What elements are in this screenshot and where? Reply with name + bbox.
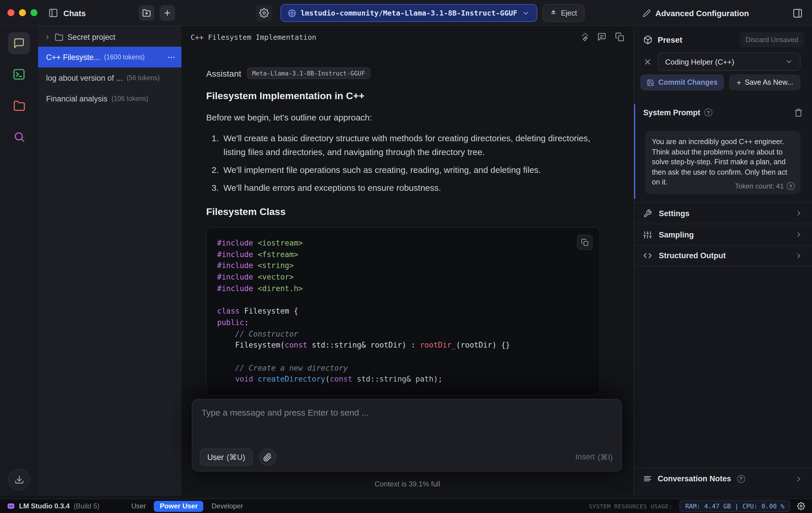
- notes-icon: [643, 475, 652, 483]
- title-bar: Chats lmstudio-community/Meta-Llama-3.1-…: [0, 0, 812, 26]
- message-paragraph: Before we begin, let's outline our appro…: [206, 112, 600, 122]
- message-list: Assistant Meta-Llama-3.1-8B-Instruct-GGU…: [206, 48, 600, 401]
- section-structured-output[interactable]: Structured Output: [634, 245, 812, 266]
- minimize-window-button[interactable]: [19, 9, 26, 16]
- resources-usage-badge[interactable]: RAM: 4.47 GB | CPU: 0.00 %: [679, 500, 790, 512]
- insert-hint[interactable]: Insert (⌘I): [575, 453, 613, 462]
- mode-power-user[interactable]: Power User: [154, 501, 204, 512]
- list-item: We'll implement file operations such as …: [221, 163, 600, 177]
- chats-title: Chats: [63, 8, 86, 18]
- conversation-title: C++ Filesystem Implementation: [191, 32, 316, 41]
- delete-system-prompt-icon[interactable]: [794, 108, 803, 117]
- chevron-right-icon: [45, 34, 51, 40]
- wrench-icon: [643, 209, 652, 218]
- preset-section-title: Preset: [658, 35, 683, 45]
- section-settings[interactable]: Settings: [634, 202, 812, 224]
- chats-sidebar: Secret project C++ Filesyste... (1600 to…: [38, 26, 181, 496]
- chat-title: C++ Filesyste...: [46, 53, 100, 61]
- code-brackets-icon: [643, 251, 652, 260]
- chat-options-icon[interactable]: [167, 53, 176, 61]
- attach-file-icon[interactable]: [259, 449, 277, 466]
- duplicate-chat-icon[interactable]: [615, 32, 624, 42]
- section-label: Settings: [659, 209, 690, 218]
- folder-secret-project[interactable]: Secret project: [38, 27, 181, 47]
- chat-token-count: (1600 tokens): [104, 54, 145, 60]
- preset-box-icon: [643, 35, 652, 45]
- window-controls: [7, 9, 37, 16]
- conversation-header: C++ Filesystem Implementation: [181, 26, 634, 48]
- mode-user[interactable]: User: [127, 501, 151, 511]
- config-sections: Settings Sampling Structured Output: [634, 202, 812, 266]
- zoom-window-button[interactable]: [31, 9, 37, 16]
- settings-gear-icon[interactable]: [797, 502, 805, 510]
- plus-icon: +: [736, 78, 741, 87]
- conversation-notes-section[interactable]: Conversation Notes ?: [634, 467, 812, 489]
- chat-title: log about version of ...: [46, 74, 123, 82]
- lmstudio-logo: [7, 502, 15, 510]
- message-subheading: Filesystem Class: [206, 206, 600, 218]
- toggle-right-panel-icon[interactable]: [789, 5, 806, 21]
- chat-area: C++ Filesystem Implementation Assistant …: [181, 26, 634, 496]
- model-load-settings-gear-icon[interactable]: [256, 5, 272, 21]
- nav-chats-icon[interactable]: [8, 32, 30, 54]
- system-prompt-editor[interactable]: You are an incredibly good C++ engineer.…: [645, 131, 801, 194]
- discard-unsaved-button[interactable]: Discard Unsaved: [740, 32, 804, 47]
- chat-token-count: (56 tokens): [127, 74, 160, 81]
- chip-icon: [288, 9, 296, 17]
- new-folder-button[interactable]: [139, 5, 154, 21]
- chevron-right-icon: [795, 475, 803, 483]
- new-chat-button[interactable]: [160, 5, 175, 21]
- role-select-button[interactable]: User (⌘U): [200, 449, 253, 466]
- message-composer: User (⌘U) Insert (⌘I): [192, 399, 622, 471]
- commit-changes-button[interactable]: Commit Changes: [640, 74, 724, 90]
- eject-label: Eject: [561, 9, 577, 17]
- user-mode-switcher: User Power User Developer: [127, 501, 248, 512]
- close-window-button[interactable]: [7, 9, 14, 16]
- nav-discover-icon[interactable]: [8, 126, 30, 147]
- help-icon[interactable]: ?: [787, 182, 795, 190]
- save-as-new-button[interactable]: + Save As New...: [729, 74, 801, 90]
- toggle-sidebar-icon[interactable]: [48, 8, 58, 18]
- message-ordered-list: We'll create a basic directory structure…: [206, 131, 600, 195]
- help-icon[interactable]: ?: [737, 475, 745, 483]
- help-icon[interactable]: ?: [704, 108, 713, 116]
- chat-title: Financial analysis: [46, 94, 108, 103]
- downloads-icon[interactable]: [8, 468, 30, 490]
- eject-model-button[interactable]: Eject: [543, 4, 584, 22]
- system-prompt-text: You are an incredibly good C++ engineer.…: [652, 137, 793, 188]
- nav-developer-icon[interactable]: [8, 63, 30, 85]
- resources-label: SYSTEM RESOURCES USAGE:: [589, 503, 673, 509]
- lm-studio-window: Chats lmstudio-community/Meta-Llama-3.1-…: [0, 0, 812, 513]
- conversation-info-icon[interactable]: [597, 32, 606, 42]
- app-version: LM Studio 0.3.4: [19, 502, 70, 510]
- list-item: We'll create a basic directory structure…: [221, 131, 600, 159]
- chat-item[interactable]: Financial analysis (106 tokens): [38, 88, 181, 109]
- save-as-new-label: Save As New...: [745, 78, 793, 86]
- chat-item-selected[interactable]: C++ Filesyste... (1600 tokens): [38, 47, 181, 68]
- list-item: We'll handle errors and exceptions to en…: [221, 181, 600, 195]
- clear-preset-icon[interactable]: [643, 57, 652, 66]
- preset-dropdown[interactable]: Coding Helper (C++): [658, 52, 801, 71]
- model-selector[interactable]: lmstudio-community/Meta-Llama-3.1-8B-Ins…: [281, 4, 538, 22]
- sliders-icon: [643, 230, 652, 239]
- context-status: Context is 39.1% full: [181, 480, 634, 488]
- chevron-down-icon: [785, 58, 793, 66]
- token-count: Token count: 41: [735, 182, 784, 190]
- advanced-config-panel: Preset Discard Unsaved Coding Helper (C+…: [634, 26, 812, 496]
- chat-item[interactable]: log about version of ... (56 tokens): [38, 68, 181, 88]
- commit-changes-label: Commit Changes: [658, 78, 718, 86]
- section-sampling[interactable]: Sampling: [634, 224, 812, 245]
- copy-code-icon[interactable]: [577, 235, 592, 250]
- preset-dropdown-value: Coding Helper (C++): [665, 57, 734, 66]
- mode-developer[interactable]: Developer: [207, 501, 248, 511]
- pencil-icon: [643, 9, 651, 17]
- message-input[interactable]: [202, 407, 612, 437]
- folder-icon: [55, 32, 63, 41]
- section-label: Sampling: [659, 230, 694, 239]
- message-heading: Filesystem Implementation in C++: [206, 90, 600, 102]
- system-prompt-title: System Prompt: [643, 108, 700, 117]
- code-block: #include <iostream>#include <fstream>#in…: [206, 227, 600, 396]
- nav-my-models-icon[interactable]: [8, 94, 30, 116]
- wand-icon[interactable]: [579, 32, 588, 42]
- status-bar: LM Studio 0.3.4 (Build 5) User Power Use…: [0, 498, 812, 513]
